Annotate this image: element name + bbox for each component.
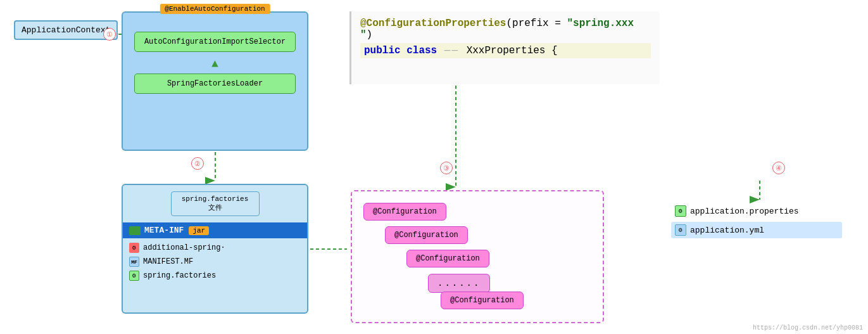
code-annotation-cfgprops: @ConfigurationProperties (360, 18, 506, 29)
file-icon-spring-factories: ⚙ (129, 271, 139, 281)
config-card-2: @Configuration (385, 226, 468, 244)
code-keyword-public-class: public class (364, 45, 437, 56)
spring-factories-loader-box: SpringFactoriesLoader (134, 74, 296, 94)
code-line-1: @ConfigurationProperties(prefix = "sprin… (360, 18, 651, 41)
spring-factories-file-box: spring.factories 文件 (171, 191, 260, 216)
file-item-spring-factories: ⚙ spring.factories (128, 269, 302, 283)
app-context-label: ApplicationContext (22, 25, 110, 35)
circle-1: ① (103, 28, 116, 41)
props-panel: ⚙ application.properties ⚙ application.y… (671, 203, 842, 241)
diagram-container: ApplicationContext ① @EnableAutoConfigur… (0, 0, 868, 334)
config-card-dots: ...... (428, 274, 490, 293)
file-item-manifest: MF MANIFEST.MF (128, 255, 302, 269)
watermark: https://blog.csdn.net/yhp0081 (753, 324, 863, 331)
props-item-yml: ⚙ application.yml (671, 222, 842, 238)
props-item-properties: ⚙ application.properties (671, 203, 842, 219)
circle-4: ④ (772, 162, 785, 174)
metainf-folder-icon (129, 226, 141, 235)
jar-badge: jar (189, 226, 209, 235)
metainf-outer-box: spring.factories 文件 META-INF jar ⚙ addit… (122, 184, 308, 314)
metainf-label: META-INF (144, 226, 184, 235)
metainf-header: META-INF jar (123, 222, 307, 238)
code-panel: @ConfigurationProperties(prefix = "sprin… (349, 11, 660, 84)
config-card-4: @Configuration (441, 292, 524, 309)
props-label-properties: application.properties (690, 207, 799, 216)
file-item-additional: ⚙ additional-spring· (128, 241, 302, 255)
file-icon-manifest: MF (129, 257, 139, 267)
enable-autocfg-tag: @EnableAutoConfiguration (160, 4, 270, 14)
config-card-3: @Configuration (406, 250, 489, 267)
props-icon-properties: ⚙ (675, 205, 686, 217)
props-icon-yml: ⚙ (675, 224, 686, 236)
code-line-2: public class —— XxxProperties { (360, 43, 651, 58)
metainf-file-list: ⚙ additional-spring· MF MANIFEST.MF ⚙ sp… (123, 238, 307, 285)
file-icon-additional: ⚙ (129, 243, 139, 253)
circle-2: ② (191, 157, 204, 170)
app-context-box: ApplicationContext (14, 20, 118, 40)
autocfg-outer-box: @EnableAutoConfiguration AutoConfigurati… (122, 11, 308, 151)
props-label-yml: application.yml (690, 226, 764, 235)
config-cards-outer: @Configuration @Configuration @Configura… (351, 190, 604, 323)
config-card-1: @Configuration (363, 203, 446, 221)
circle-3: ③ (440, 162, 453, 174)
autocfg-import-selector-box: AutoConfigurationImportSelector (134, 32, 296, 52)
